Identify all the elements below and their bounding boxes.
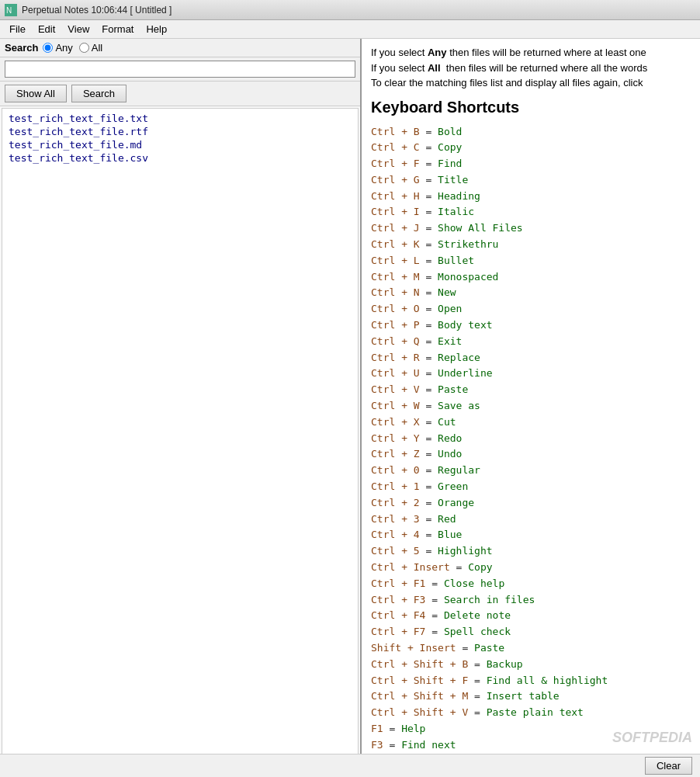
shortcut-line: Ctrl + N = New (371, 285, 691, 301)
shortcuts-list: Ctrl + B = BoldCtrl + C = CopyCtrl + F =… (371, 124, 691, 778)
shortcut-line: Ctrl + R = Replace (371, 350, 691, 366)
left-panel: Search Any All Show All Search test (0, 39, 362, 777)
title-bar: N Perpetual Notes 10:06:44 [ Untitled ] (0, 0, 700, 20)
shortcut-line: Ctrl + Shift + V = Paste plain text (371, 705, 691, 721)
search-label: Search (5, 42, 38, 54)
all-label: All (92, 42, 102, 54)
show-all-button[interactable]: Show All (5, 85, 67, 102)
shortcut-line: F3 = Find next (371, 737, 691, 754)
shortcut-line: Ctrl + J = Show All Files (371, 220, 691, 237)
all-option[interactable]: All (79, 42, 102, 54)
intro-text: If you select Any then files will be ret… (371, 45, 691, 91)
any-option[interactable]: Any (43, 42, 72, 54)
shortcut-line: Ctrl + H = Heading (371, 189, 691, 205)
shortcut-line: Ctrl + W = Save as (371, 398, 691, 415)
shortcut-line: Ctrl + G = Title (371, 172, 691, 189)
shortcut-line: Ctrl + F3 = Search in files (371, 592, 691, 609)
shortcut-line: F1 = Help (371, 721, 691, 737)
menu-bar: File Edit View Format Help (0, 20, 700, 39)
svg-text:N: N (6, 6, 12, 15)
app-icon: N (5, 4, 17, 16)
menu-help[interactable]: Help (140, 22, 173, 36)
search-input[interactable] (5, 61, 355, 78)
shortcut-line: Ctrl + B = Bold (371, 124, 691, 140)
main-layout: Search Any All Show All Search test (0, 39, 700, 777)
shortcut-line: Ctrl + M = Monospaced (371, 269, 691, 286)
shortcut-line: Ctrl + F7 = Spell check (371, 624, 691, 640)
menu-format[interactable]: Format (95, 22, 140, 36)
shortcut-line: Ctrl + F1 = Close help (371, 576, 691, 592)
shortcut-line: Ctrl + L = Bullet (371, 253, 691, 269)
radio-group: Any All (43, 42, 102, 54)
window-title: Perpetual Notes 10:06:44 [ Untitled ] (22, 5, 172, 16)
shortcut-line: Ctrl + F4 = Delete note (371, 608, 691, 624)
shortcut-line: Ctrl + 0 = Regular (371, 463, 691, 479)
shortcut-line: Ctrl + 3 = Red (371, 512, 691, 528)
menu-file[interactable]: File (3, 22, 32, 36)
shortcut-line: Ctrl + Z = Undo (371, 446, 691, 463)
all-radio[interactable] (79, 43, 89, 53)
shortcut-line: Ctrl + K = Strikethru (371, 237, 691, 253)
intro-line3: To clear the matching files list and dis… (371, 77, 643, 88)
list-item[interactable]: test_rich_text_file.md (5, 138, 355, 151)
shortcut-line: Ctrl + 5 = Highlight (371, 543, 691, 560)
file-list: test_rich_text_file.txt test_rich_text_f… (2, 108, 359, 775)
buttons-row: Show All Search (0, 82, 360, 106)
clear-button[interactable]: Clear (645, 757, 692, 775)
right-panel: If you select Any then files will be ret… (362, 39, 700, 777)
shortcut-line: Ctrl + 4 = Blue (371, 527, 691, 543)
shortcut-line: Ctrl + O = Open (371, 301, 691, 317)
any-radio[interactable] (43, 43, 53, 53)
any-label: Any (55, 42, 72, 54)
search-button[interactable]: Search (71, 85, 126, 102)
list-item[interactable]: test_rich_text_file.rtf (5, 125, 355, 138)
shortcut-line: Ctrl + Y = Redo (371, 431, 691, 447)
menu-edit[interactable]: Edit (32, 22, 61, 36)
shortcut-line: Ctrl + 1 = Green (371, 479, 691, 495)
shortcuts-title: Keyboard Shortcuts (371, 99, 691, 116)
search-input-row (0, 57, 360, 82)
intro-line2: If you select All then files will be ret… (371, 62, 647, 74)
shortcut-line: Ctrl + V = Paste (371, 382, 691, 398)
list-item[interactable]: test_rich_text_file.txt (5, 112, 355, 125)
search-bar: Search Any All (0, 39, 360, 57)
intro-line1: If you select Any then files will be ret… (371, 47, 646, 58)
shortcut-line: Ctrl + Shift + F = Find all & highlight (371, 673, 691, 689)
status-bar: Clear (0, 754, 700, 777)
shortcut-line: Ctrl + Shift + M = Insert table (371, 689, 691, 705)
shortcut-line: Ctrl + X = Cut (371, 415, 691, 431)
shortcut-line: Ctrl + U = Underline (371, 366, 691, 382)
shortcut-line: Ctrl + Shift + B = Backup (371, 657, 691, 673)
shortcut-line: Shift + Insert = Paste (371, 640, 691, 657)
shortcut-line: Ctrl + I = Italic (371, 204, 691, 220)
shortcut-line: Ctrl + 2 = Orange (371, 495, 691, 512)
shortcut-line: Ctrl + P = Body text (371, 317, 691, 334)
shortcut-line: Ctrl + Insert = Copy (371, 560, 691, 576)
list-item[interactable]: test_rich_text_file.csv (5, 151, 355, 165)
shortcut-line: Ctrl + C = Copy (371, 140, 691, 156)
menu-view[interactable]: View (61, 22, 95, 36)
shortcut-line: Ctrl + Q = Exit (371, 334, 691, 350)
shortcut-line: Ctrl + F = Find (371, 156, 691, 172)
